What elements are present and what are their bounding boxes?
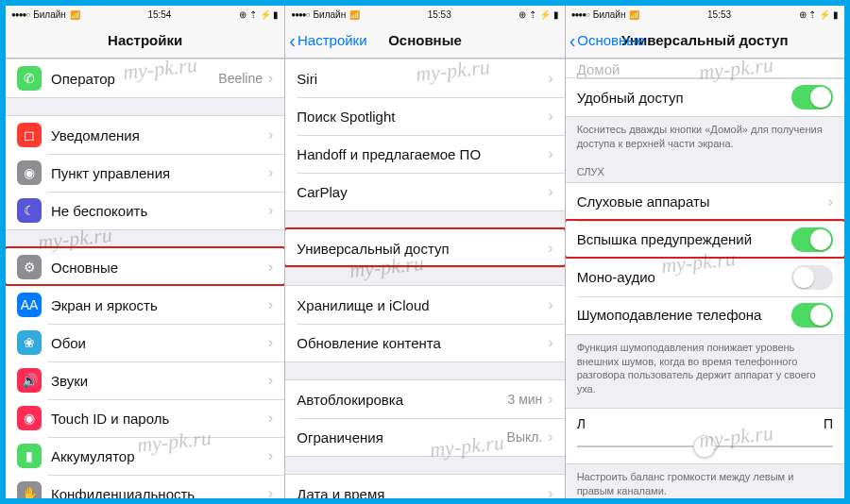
toggle-row[interactable]: Вспышка предупреждений xyxy=(566,221,844,259)
control-center-icon: ◉ xyxy=(17,160,42,185)
page-title: Универсальный доступ xyxy=(621,32,788,48)
chevron-right-icon: › xyxy=(268,259,273,276)
wifi-icon xyxy=(629,9,639,20)
settings-row[interactable]: Слуховые аппараты› xyxy=(566,183,844,221)
toggle-row[interactable]: Шумоподавление телефона xyxy=(566,296,844,334)
clock: 15:54 xyxy=(147,9,171,20)
settings-row[interactable]: ◉Touch ID и пароль› xyxy=(6,399,284,437)
toggle-row[interactable]: Моно-аудио xyxy=(566,259,844,296)
status-bar: ●●●●○Билайн 15:53 ⊕ ⇡ ⚡ ▮ xyxy=(285,6,564,23)
chevron-left-icon: ‹ xyxy=(570,31,576,50)
display-icon: AA xyxy=(17,293,42,317)
chevron-right-icon: › xyxy=(548,145,552,162)
settings-general-pane: ●●●●○Билайн 15:53 ⊕ ⇡ ⚡ ▮ ‹Настройки Осн… xyxy=(284,6,564,498)
settings-row[interactable]: ✆ОператорBeeline› xyxy=(6,59,284,97)
toggle-switch[interactable] xyxy=(791,303,833,328)
chevron-right-icon: › xyxy=(268,164,273,181)
chevron-right-icon: › xyxy=(268,70,273,87)
chevron-right-icon: › xyxy=(268,372,273,389)
wifi-icon xyxy=(349,9,360,20)
settings-row[interactable]: Дата и время› xyxy=(285,475,564,498)
chevron-right-icon: › xyxy=(548,70,552,87)
chevron-right-icon: › xyxy=(548,334,552,351)
general-icon: ⚙ xyxy=(17,255,42,279)
settings-row[interactable]: ▮Аккумулятор› xyxy=(6,437,284,475)
settings-row[interactable]: Хранилище и iCloud› xyxy=(285,286,564,324)
chevron-right-icon: › xyxy=(268,126,273,143)
touchid-icon: ◉ xyxy=(17,406,42,430)
wifi-icon xyxy=(70,9,80,20)
page-title: Настройки xyxy=(108,32,182,48)
settings-row[interactable]: ❀Обои› xyxy=(6,324,284,361)
toggle-switch[interactable] xyxy=(791,227,833,252)
back-button[interactable]: ‹Основные xyxy=(570,31,645,50)
nav-header: ‹Основные Универсальный доступ xyxy=(566,23,844,59)
chevron-right-icon: › xyxy=(268,296,273,313)
chevron-right-icon: › xyxy=(268,202,273,219)
chevron-right-icon: › xyxy=(268,447,273,464)
toggle-switch[interactable] xyxy=(791,265,833,290)
chevron-right-icon: › xyxy=(548,296,552,313)
chevron-right-icon: › xyxy=(548,240,552,257)
nav-header: ‹Настройки Основные xyxy=(285,23,564,59)
settings-row[interactable]: ✋Конфиденциальность› xyxy=(6,475,284,498)
chevron-right-icon: › xyxy=(548,183,552,200)
toggle-switch[interactable] xyxy=(791,85,833,109)
notifications-icon: ◻ xyxy=(17,123,42,147)
clock: 15:53 xyxy=(428,9,451,20)
back-button[interactable]: ‹Настройки xyxy=(289,31,366,50)
battery-icon: ▮ xyxy=(17,444,42,468)
chevron-right-icon: › xyxy=(548,485,552,498)
chevron-left-icon: ‹ xyxy=(289,31,296,50)
settings-row[interactable]: ☾Не беспокоить› xyxy=(6,192,284,229)
settings-root-pane: ●●●●○Билайн 15:54 ⊕ ⇡ ⚡ ▮ Настройки ✆Опе… xyxy=(6,6,284,498)
privacy-icon: ✋ xyxy=(17,481,42,498)
settings-row[interactable]: 🔊Звуки› xyxy=(6,361,284,399)
settings-row[interactable]: Универсальный доступ› xyxy=(285,229,564,267)
status-bar: ●●●●○Билайн 15:53 ⊕ ⇡ ⚡ ▮ xyxy=(566,6,844,23)
chevron-right-icon: › xyxy=(548,108,552,125)
settings-row[interactable]: CarPlay› xyxy=(285,173,564,210)
wallpaper-icon: ❀ xyxy=(17,330,42,355)
dnd-icon: ☾ xyxy=(17,198,42,223)
chevron-right-icon: › xyxy=(548,428,552,445)
chevron-right-icon: › xyxy=(268,485,273,498)
phone-icon: ✆ xyxy=(17,66,42,91)
group-footer: Настроить баланс громкости между левым и… xyxy=(566,464,844,498)
settings-row[interactable]: Домой xyxy=(566,59,844,78)
settings-row[interactable]: ⚙Основные› xyxy=(6,248,284,286)
settings-row[interactable]: ◻Уведомления› xyxy=(6,116,284,154)
group-header-hearing: СЛУХ xyxy=(566,153,844,182)
balance-slider[interactable] xyxy=(577,433,833,460)
status-bar: ●●●●○Билайн 15:54 ⊕ ⇡ ⚡ ▮ xyxy=(6,6,284,23)
nav-header: Настройки xyxy=(6,23,284,59)
page-title: Основные xyxy=(388,32,462,48)
settings-row[interactable]: Автоблокировка3 мин› xyxy=(285,380,564,418)
balance-slider-row: Л П xyxy=(566,409,844,463)
settings-row[interactable]: ◉Пункт управления› xyxy=(6,154,284,192)
settings-row[interactable]: Обновление контента› xyxy=(285,324,564,361)
balance-right-label: П xyxy=(824,416,833,431)
reachability-toggle-row[interactable]: Удобный доступ xyxy=(566,78,844,116)
chevron-right-icon: › xyxy=(548,391,552,408)
settings-row[interactable]: Handoff и предлагаемое ПО› xyxy=(285,135,564,173)
settings-row[interactable]: Поиск Spotlight› xyxy=(285,97,564,135)
settings-row[interactable]: Siri› xyxy=(285,59,564,97)
sounds-icon: 🔊 xyxy=(17,368,42,393)
chevron-right-icon: › xyxy=(828,193,833,210)
clock: 15:53 xyxy=(707,9,731,20)
group-footer: Функция шумоподавления понижает уровень … xyxy=(566,335,844,398)
group-footer: Коснитесь дважды кнопки «Домой» для полу… xyxy=(566,117,844,153)
chevron-right-icon: › xyxy=(268,334,273,351)
settings-row[interactable]: AAЭкран и яркость› xyxy=(6,286,284,324)
balance-left-label: Л xyxy=(577,416,586,431)
settings-row[interactable]: ОграниченияВыкл.› xyxy=(285,418,564,456)
accessibility-pane: ●●●●○Билайн 15:53 ⊕ ⇡ ⚡ ▮ ‹Основные Унив… xyxy=(565,6,844,498)
chevron-right-icon: › xyxy=(268,410,273,427)
